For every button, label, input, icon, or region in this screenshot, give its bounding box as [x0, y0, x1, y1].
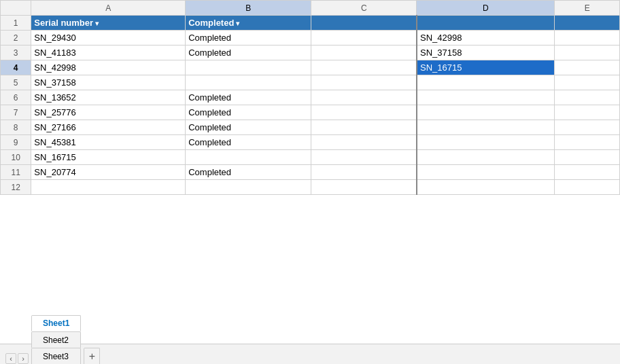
- filter-arrow-a[interactable]: ▾: [95, 20, 99, 27]
- cell-b-2[interactable]: Completed: [186, 31, 311, 46]
- cell-c-1[interactable]: [311, 16, 417, 31]
- cell-d-2[interactable]: SN_42998: [417, 31, 555, 46]
- cell-e-3[interactable]: [555, 46, 620, 60]
- tabs-bar: ‹ › Sheet1Sheet2Sheet3 +: [0, 344, 620, 364]
- spreadsheet: A B C D E 1Serial number▾Completed▾2SN_2…: [0, 0, 620, 364]
- cell-e-11[interactable]: [555, 165, 620, 180]
- row-number: 11: [1, 165, 31, 180]
- cell-e-6[interactable]: [555, 90, 620, 105]
- table-row[interactable]: 5SN_37158: [1, 75, 620, 90]
- table-row[interactable]: 7SN_25776Completed: [1, 105, 620, 120]
- cell-a-7[interactable]: SN_25776: [31, 105, 186, 120]
- cell-d-5[interactable]: [417, 75, 555, 90]
- cell-d-12[interactable]: [417, 180, 555, 195]
- cell-d-11[interactable]: [417, 165, 555, 180]
- table-row[interactable]: 2SN_29430CompletedSN_42998: [1, 31, 620, 46]
- cell-a-4[interactable]: SN_42998: [31, 60, 186, 75]
- cell-e-12[interactable]: [555, 180, 620, 195]
- col-header-a[interactable]: A: [31, 1, 186, 16]
- row-number: 3: [1, 46, 31, 60]
- cell-c-5[interactable]: [311, 75, 417, 90]
- cell-a-5[interactable]: SN_37158: [31, 75, 186, 90]
- table-row[interactable]: 4SN_42998SN_16715: [1, 60, 620, 75]
- cell-d-9[interactable]: [417, 135, 555, 150]
- col-header-e[interactable]: E: [555, 1, 620, 16]
- cell-c-4[interactable]: [311, 60, 417, 75]
- tab-nav-arrows: ‹ ›: [5, 353, 29, 364]
- cell-e-10[interactable]: [555, 150, 620, 165]
- cell-b-6[interactable]: Completed: [186, 90, 311, 105]
- row-number: 8: [1, 120, 31, 135]
- cell-a-8[interactable]: SN_27166: [31, 120, 186, 135]
- sheet-tab-sheet3[interactable]: Sheet3: [31, 348, 81, 364]
- cell-d-4[interactable]: SN_16715: [417, 60, 555, 75]
- cell-c-9[interactable]: [311, 135, 417, 150]
- cell-a-9[interactable]: SN_45381: [31, 135, 186, 150]
- table-row[interactable]: 11SN_20774Completed: [1, 165, 620, 180]
- cell-d-8[interactable]: [417, 120, 555, 135]
- cell-a-10[interactable]: SN_16715: [31, 150, 186, 165]
- cell-a-11[interactable]: SN_20774: [31, 165, 186, 180]
- row-number: 4: [1, 60, 31, 75]
- cell-c-11[interactable]: [311, 165, 417, 180]
- col-header-c[interactable]: C: [311, 1, 417, 16]
- cell-b-9[interactable]: Completed: [186, 135, 311, 150]
- cell-b-4[interactable]: [186, 60, 311, 75]
- cell-c-2[interactable]: [311, 31, 417, 46]
- cell-b-1[interactable]: Completed▾: [186, 16, 311, 31]
- cell-c-3[interactable]: [311, 46, 417, 60]
- cell-d-7[interactable]: [417, 105, 555, 120]
- cell-b-10[interactable]: [186, 150, 311, 165]
- cell-a-3[interactable]: SN_41183: [31, 46, 186, 60]
- row-number: 6: [1, 90, 31, 105]
- cell-c-12[interactable]: [311, 180, 417, 195]
- cell-b-3[interactable]: Completed: [186, 46, 311, 60]
- cell-b-7[interactable]: Completed: [186, 105, 311, 120]
- row-number: 10: [1, 150, 31, 165]
- row-number: 1: [1, 16, 31, 31]
- table-row[interactable]: 10SN_16715: [1, 150, 620, 165]
- col-header-b[interactable]: B: [186, 1, 311, 16]
- cell-c-8[interactable]: [311, 120, 417, 135]
- row-number: 2: [1, 31, 31, 46]
- table-row[interactable]: 9SN_45381Completed: [1, 135, 620, 150]
- cell-b-8[interactable]: Completed: [186, 120, 311, 135]
- cell-e-1[interactable]: [555, 16, 620, 31]
- table-row[interactable]: 8SN_27166Completed: [1, 120, 620, 135]
- cell-e-2[interactable]: [555, 31, 620, 46]
- table-row[interactable]: 3SN_41183CompletedSN_37158: [1, 46, 620, 60]
- tab-nav-last[interactable]: ›: [18, 353, 29, 364]
- filter-arrow-b[interactable]: ▾: [236, 20, 239, 27]
- cell-c-7[interactable]: [311, 105, 417, 120]
- row-number: 12: [1, 180, 31, 195]
- cell-e-5[interactable]: [555, 75, 620, 90]
- add-sheet-button[interactable]: +: [84, 348, 100, 364]
- cell-c-10[interactable]: [311, 150, 417, 165]
- grid-area: A B C D E 1Serial number▾Completed▾2SN_2…: [0, 0, 620, 344]
- cell-a-12[interactable]: [31, 180, 186, 195]
- table-row[interactable]: 12: [1, 180, 620, 195]
- row-number: 5: [1, 75, 31, 90]
- table-row[interactable]: 1Serial number▾Completed▾: [1, 16, 620, 31]
- cell-a-1[interactable]: Serial number▾: [31, 16, 186, 31]
- cell-b-5[interactable]: [186, 75, 311, 90]
- row-number: 7: [1, 105, 31, 120]
- row-number: 9: [1, 135, 31, 150]
- table-row[interactable]: 6SN_13652Completed: [1, 90, 620, 105]
- tab-nav-first[interactable]: ‹: [5, 353, 16, 364]
- cell-a-2[interactable]: SN_29430: [31, 31, 186, 46]
- cell-e-9[interactable]: [555, 135, 620, 150]
- cell-b-11[interactable]: Completed: [186, 165, 311, 180]
- cell-d-1[interactable]: [417, 16, 555, 31]
- cell-e-8[interactable]: [555, 120, 620, 135]
- cell-d-3[interactable]: SN_37158: [417, 46, 555, 60]
- cell-d-10[interactable]: [417, 150, 555, 165]
- cell-d-6[interactable]: [417, 90, 555, 105]
- spreadsheet-table: A B C D E 1Serial number▾Completed▾2SN_2…: [0, 0, 620, 195]
- cell-a-6[interactable]: SN_13652: [31, 90, 186, 105]
- col-header-d[interactable]: D: [417, 1, 555, 16]
- cell-e-4[interactable]: [555, 60, 620, 75]
- cell-b-12[interactable]: [186, 180, 311, 195]
- cell-c-6[interactable]: [311, 90, 417, 105]
- cell-e-7[interactable]: [555, 105, 620, 120]
